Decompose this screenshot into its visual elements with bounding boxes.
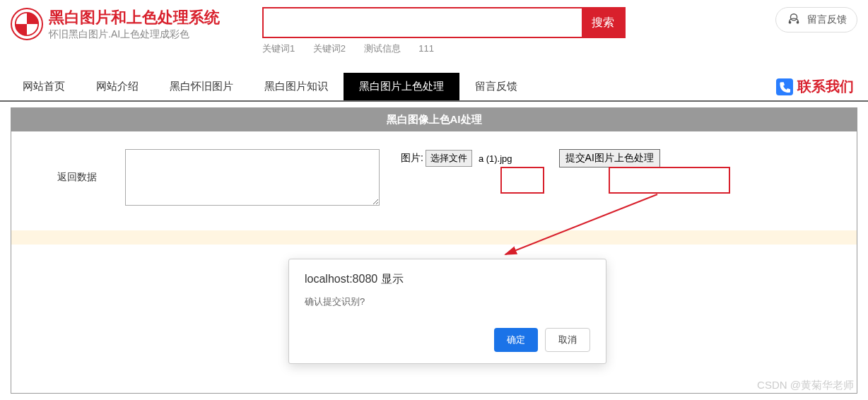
svg-point-1: [790, 14, 797, 20]
return-label: 返回数据: [57, 171, 97, 184]
ok-button[interactable]: 确定: [494, 328, 538, 352]
dialog-buttons: 确定 取消: [305, 328, 590, 352]
keyword-row: 关键词1 关键词2 测试信息 111: [262, 42, 626, 55]
section-title: 黑白图像上色AI处理: [11, 108, 857, 131]
nav-colorize[interactable]: 黑白图片上色处理: [344, 73, 459, 100]
nav-bw-photos[interactable]: 黑白怀旧图片: [154, 73, 249, 100]
upload-cell: 图片: 选择文件 a (1).jpg 提交AI图片上色处理: [401, 149, 660, 167]
confirm-dialog: localhost:8080 显示 确认提交识别? 确定 取消: [288, 259, 606, 364]
submit-ai-button[interactable]: 提交AI图片上色处理: [559, 149, 660, 167]
header: 黑白图片和上色处理系统 怀旧黑白图片.AI上色处理成彩色 搜索 关键词1 关键词…: [0, 0, 868, 59]
keyword-link[interactable]: 测试信息: [364, 43, 401, 54]
search-input[interactable]: [264, 8, 582, 37]
feedback-button[interactable]: 留言反馈: [775, 7, 857, 33]
keyword-link[interactable]: 111: [418, 43, 434, 54]
divider-band: [11, 230, 857, 245]
svg-point-3: [797, 21, 799, 24]
return-data-cell: 返回数据: [22, 149, 380, 206]
headset-icon: [786, 12, 802, 28]
site-title: 黑白图片和上色处理系统: [49, 7, 220, 28]
file-name: a (1).jpg: [474, 152, 517, 165]
site-subtitle: 怀旧黑白图片.AI上色处理成彩色: [49, 28, 220, 41]
cancel-button[interactable]: 取消: [545, 328, 590, 352]
form-area: 返回数据 图片: 选择文件 a (1).jpg 提交AI图片上色处理: [11, 131, 857, 223]
title-block: 黑白图片和上色处理系统 怀旧黑白图片.AI上色处理成彩色: [49, 7, 220, 41]
logo-icon: [11, 8, 43, 40]
file-label: 图片:: [401, 152, 423, 165]
logo-wrap: 黑白图片和上色处理系统 怀旧黑白图片.AI上色处理成彩色: [11, 7, 220, 41]
keyword-link[interactable]: 关键词1: [262, 43, 295, 54]
contact-us[interactable]: 联系我们: [776, 77, 861, 96]
search-area: 搜索 关键词1 关键词2 测试信息 111: [262, 7, 626, 55]
keyword-link[interactable]: 关键词2: [313, 43, 346, 54]
nav-bar: 网站首页 网站介绍 黑白怀旧图片 黑白图片知识 黑白图片上色处理 留言反馈 联系…: [0, 73, 868, 102]
dialog-title: localhost:8080 显示: [305, 272, 590, 287]
nav-knowledge[interactable]: 黑白图片知识: [249, 73, 344, 100]
nav-home[interactable]: 网站首页: [7, 73, 81, 100]
nav-about[interactable]: 网站介绍: [81, 73, 154, 100]
phone-icon: [776, 78, 793, 95]
search-box: 搜索: [262, 7, 626, 38]
feedback-label: 留言反馈: [807, 13, 847, 26]
contact-label: 联系我们: [797, 77, 854, 96]
watermark: CSDN @黄菊华老师: [757, 379, 854, 392]
return-textarea[interactable]: [125, 149, 380, 206]
dialog-message: 确认提交识别?: [305, 295, 590, 308]
nav-feedback[interactable]: 留言反馈: [459, 73, 533, 100]
search-button[interactable]: 搜索: [582, 8, 624, 37]
svg-point-2: [789, 21, 792, 24]
file-row: 图片: 选择文件 a (1).jpg: [401, 150, 517, 167]
choose-file-button[interactable]: 选择文件: [426, 150, 472, 167]
